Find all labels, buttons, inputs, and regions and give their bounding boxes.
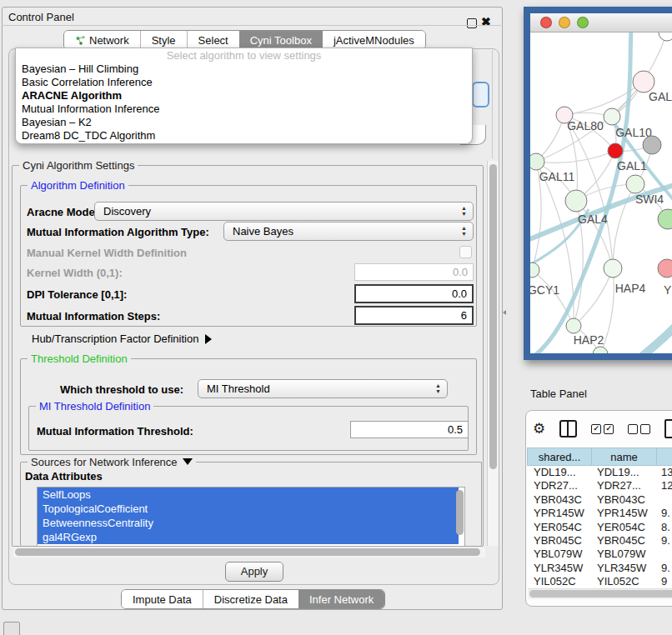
close-traffic-light[interactable] (540, 17, 552, 28)
tab-select[interactable]: Select (187, 31, 239, 49)
table-cell: 13 (655, 466, 672, 479)
column-header-shared[interactable]: shared... (527, 448, 592, 466)
network-edge[interactable] (532, 270, 574, 326)
table-row[interactable]: YBR045CYBR045C9. (528, 534, 672, 548)
network-node-gal11[interactable] (530, 153, 544, 170)
minimize-traffic-light[interactable] (559, 17, 570, 28)
network-node[interactable] (659, 32, 672, 41)
close-icon[interactable]: ✖ (481, 15, 491, 28)
network-node[interactable] (658, 209, 672, 229)
focused-combobox-fragment[interactable] (472, 82, 489, 108)
network-node[interactable] (643, 136, 661, 154)
kernel-width-label: Kernel Width (0,1): (27, 267, 123, 279)
network-node-gal10[interactable] (604, 108, 620, 125)
tab-network[interactable]: Network (64, 31, 140, 49)
panel-splitter-handle[interactable] (503, 310, 506, 315)
node-label: GAL1 (617, 159, 647, 172)
network-window-titlebar[interactable] (530, 13, 672, 32)
tab-cyni-toolbox[interactable]: Cyni Toolbox (239, 31, 323, 49)
algorithm-option[interactable]: Bayesian – K2 (16, 116, 472, 129)
settings-vertical-scrollbar[interactable] (487, 161, 499, 546)
column-header-a[interactable]: A (656, 448, 672, 466)
gear-icon[interactable]: ⚙ (533, 422, 545, 436)
float-window-icon[interactable] (467, 18, 477, 28)
attribute-list-item[interactable]: BetweennessCentrality (38, 516, 459, 530)
manual-kernel-label: Manual Kernel Width Definition (27, 247, 187, 259)
table-horizontal-scrollbar[interactable] (528, 588, 672, 599)
mi-threshold-field[interactable]: 0.5 (350, 421, 469, 438)
stepper-icon: ▲▼ (435, 382, 441, 394)
network-edge[interactable] (564, 82, 644, 115)
network-edge[interactable] (536, 162, 574, 326)
table-cell: YDR27... (528, 479, 591, 492)
manual-kernel-checkbox[interactable] (459, 246, 472, 258)
expand-right-icon (205, 334, 212, 344)
minimized-panel-icon[interactable] (3, 622, 20, 635)
network-node-swi4[interactable] (626, 175, 644, 193)
table-cell: YDR27... (591, 479, 655, 492)
document-icon[interactable] (664, 419, 672, 438)
algorithm-option[interactable]: Basic Correlation Inference (16, 76, 472, 89)
table-row[interactable]: YDR27...YDR27...12 (528, 479, 672, 492)
hub-definition-toggle[interactable]: Hub/Transcription Factor Definition (32, 332, 212, 345)
settings-horizontal-scrollbar[interactable] (13, 548, 485, 558)
table-row[interactable]: YIL052CYIL052C9 (528, 575, 672, 588)
network-node-y[interactable] (658, 259, 672, 278)
network-node-gal4[interactable] (565, 190, 587, 212)
deselect-all-icon[interactable] (628, 424, 650, 434)
scrollbar-thumb[interactable] (15, 548, 480, 556)
attribute-list-item[interactable]: gal4RGexp (38, 530, 459, 544)
tab-jactivemnodules[interactable]: jActiveMNodules (323, 31, 425, 49)
data-attributes-label: Data Attributes (25, 470, 103, 482)
dropdown-placeholder: Select algorithm to view settings (16, 48, 472, 62)
algorithm-definition-title: Algorithm Definition (28, 179, 128, 192)
network-node-gal1[interactable] (608, 143, 623, 158)
table-row[interactable]: YBL079WYBL079W (528, 548, 672, 561)
network-edge-highlighted[interactable] (595, 312, 672, 353)
list-scrollbar-thumb[interactable] (456, 490, 464, 535)
network-canvas[interactable]: GALGAL80GAL10GAL1GAL11SWI4GAL4GCY1HAP4YH… (530, 32, 672, 353)
apply-button[interactable]: Apply (225, 562, 283, 582)
algorithm-dropdown-popup: Select algorithm to view settings Bayesi… (15, 48, 473, 144)
mi-steps-field[interactable]: 6 (354, 306, 474, 325)
attribute-list-item[interactable]: SelfLoops (38, 488, 459, 502)
algorithm-option[interactable]: Dream8 DC_TDC Algorithm (16, 129, 472, 142)
table-row[interactable]: YLR345WYLR345W9. (528, 562, 672, 575)
table-row[interactable]: YER054CYER054C8. (528, 521, 672, 534)
columns-icon[interactable] (559, 420, 577, 438)
table-cell: YBR043C (528, 493, 591, 507)
table-cell: YBR043C (591, 493, 655, 507)
mi-type-label: Mutual Information Algorithm Type: (27, 226, 209, 238)
column-header-name[interactable]: name (591, 448, 657, 466)
scrollbar-thumb[interactable] (489, 164, 497, 469)
scrollbar-thumb[interactable] (529, 590, 672, 598)
tab-discretize-data[interactable]: Discretize Data (203, 590, 298, 608)
network-node[interactable] (593, 347, 608, 353)
table-header-row: shared...nameA (528, 448, 672, 466)
attribute-list-item[interactable]: TopologicalCoefficient (38, 502, 459, 516)
algorithm-option[interactable]: Mutual Information Inference (16, 102, 472, 116)
tab-impute-data[interactable]: Impute Data (122, 590, 203, 608)
algorithm-option[interactable]: ARACNE Algorithm (16, 89, 472, 102)
algorithm-option[interactable]: Bayesian – Hill Climbing (16, 62, 472, 76)
network-node-hap2[interactable] (566, 318, 581, 333)
dpi-tolerance-field[interactable]: 0.0 (354, 284, 474, 303)
table-cell: 8. (655, 521, 672, 534)
sources-group-title[interactable]: Sources for Network Inference (28, 456, 196, 468)
kernel-width-field[interactable]: 0.0 (354, 263, 474, 281)
which-threshold-label: Which threshold to use: (60, 383, 183, 396)
mi-algorithm-type-select[interactable]: Naive Bayes ▲▼ (223, 222, 474, 241)
table-row[interactable]: YBR043CYBR043C (528, 493, 672, 507)
tab-infer-network[interactable]: Infer Network (298, 590, 384, 608)
table-cell: YBR045C (528, 534, 591, 548)
zoom-traffic-light[interactable] (577, 17, 589, 28)
select-all-icon[interactable]: ✓✓ (591, 424, 614, 434)
which-threshold-select[interactable]: MI Threshold ▲▼ (198, 379, 448, 398)
network-view-window[interactable]: GALGAL80GAL10GAL1GAL11SWI4GAL4GCY1HAP4YH… (524, 7, 672, 360)
tab-style[interactable]: Style (140, 31, 187, 49)
network-icon (75, 35, 86, 46)
table-row[interactable]: YPR145WYPR145W9. (528, 507, 672, 520)
network-node-hap4[interactable] (604, 259, 622, 278)
aracne-mode-select[interactable]: Discovery ▲▼ (94, 202, 474, 221)
table-row[interactable]: YDL19...YDL19...13 (528, 466, 672, 479)
